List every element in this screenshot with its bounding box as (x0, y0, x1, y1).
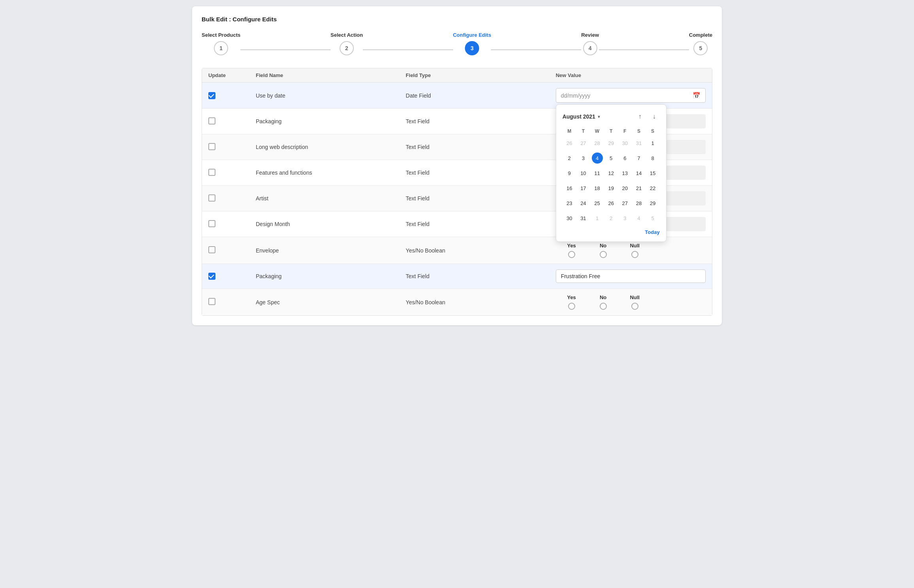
calendar-day[interactable]: 20 (618, 181, 632, 196)
boolean-radio-group-age: Yes No Null (556, 294, 706, 310)
field-name-use-by-date: Use by date (256, 92, 406, 99)
calendar-day[interactable]: 19 (604, 181, 618, 196)
calendar-day[interactable]: 2 (604, 211, 618, 226)
calendar-day[interactable]: 5 (604, 151, 618, 166)
calendar-day[interactable]: 17 (576, 181, 590, 196)
row-checkbox-packaging2[interactable] (208, 273, 215, 280)
field-type-features: Text Field (406, 170, 555, 176)
field-type-artist: Text Field (406, 195, 555, 202)
weekday-fri: F (618, 127, 632, 136)
calendar-day[interactable]: 26 (604, 196, 618, 211)
calendar-day[interactable]: 31 (632, 136, 646, 151)
table-row: Use by date Date Field dd/mm/yyyy 📅 Augu… (202, 83, 712, 109)
row-checkbox-long-web-description[interactable] (208, 143, 215, 150)
calendar-day[interactable]: 21 (632, 181, 646, 196)
calendar-day[interactable]: 24 (576, 196, 590, 211)
stepper: Select Products 1 Select Action 2 Config… (202, 32, 712, 55)
row-checkbox-features[interactable] (208, 169, 215, 176)
calendar-day[interactable]: 15 (646, 166, 660, 181)
calendar-day[interactable]: 29 (604, 136, 618, 151)
calendar-day[interactable]: 31 (576, 211, 590, 226)
calendar-day[interactable]: 22 (646, 181, 660, 196)
checkbox-cell (208, 298, 256, 306)
prev-month-button[interactable]: ↑ (635, 111, 646, 122)
checkbox-cell (208, 117, 256, 126)
radio-yes-age: Yes (556, 294, 587, 310)
calendar-day[interactable]: 25 (590, 196, 604, 211)
today-button[interactable]: Today (645, 229, 659, 235)
calendar-day-selected[interactable]: 4 (590, 151, 604, 166)
step-2-label: Select Action (330, 32, 363, 38)
header-field-name: Field Name (256, 72, 406, 78)
calendar-day[interactable]: 27 (618, 196, 632, 211)
row-checkbox-artist[interactable] (208, 194, 215, 202)
calendar-day[interactable]: 2 (563, 151, 576, 166)
calendar-day[interactable]: 9 (563, 166, 576, 181)
yes-radio[interactable] (568, 251, 575, 258)
step-3-circle[interactable]: 3 (465, 41, 479, 55)
field-type-use-by-date: Date Field (406, 92, 555, 99)
no-radio-age[interactable] (600, 303, 607, 310)
calendar-week-3: 16 17 18 19 20 21 22 (563, 181, 660, 196)
calendar-day[interactable]: 12 (604, 166, 618, 181)
calendar-day[interactable]: 13 (618, 166, 632, 181)
calendar-day[interactable]: 8 (646, 151, 660, 166)
null-radio-age[interactable] (631, 303, 638, 310)
weekday-tue: T (576, 127, 590, 136)
row-checkbox-design-month[interactable] (208, 220, 215, 227)
calendar-day[interactable]: 28 (632, 196, 646, 211)
calendar-month-label: August 2021 ▼ (563, 113, 601, 120)
next-month-button[interactable]: ↓ (649, 111, 660, 122)
month-dropdown-arrow[interactable]: ▼ (597, 115, 601, 119)
calendar-day[interactable]: 1 (590, 211, 604, 226)
calendar-day[interactable]: 4 (632, 211, 646, 226)
checkbox-cell (208, 92, 256, 99)
calendar-day[interactable]: 30 (618, 136, 632, 151)
step-1-circle[interactable]: 1 (214, 41, 228, 55)
calendar-day[interactable]: 28 (590, 136, 604, 151)
table-header: Update Field Name Field Type New Value (202, 68, 712, 83)
calendar-day[interactable]: 14 (632, 166, 646, 181)
row-checkbox-envelope[interactable] (208, 246, 215, 253)
no-radio[interactable] (600, 251, 607, 258)
step-5-circle[interactable]: 5 (693, 41, 708, 55)
yes-radio-age[interactable] (568, 303, 575, 310)
calendar-day[interactable]: 23 (563, 196, 576, 211)
calendar-day[interactable]: 3 (618, 211, 632, 226)
step-3-label: Configure Edits (453, 32, 491, 38)
calendar-day[interactable]: 7 (632, 151, 646, 166)
calendar-week-4: 23 24 25 26 27 28 29 (563, 196, 660, 211)
calendar-day[interactable]: 3 (576, 151, 590, 166)
calendar-day[interactable]: 26 (563, 136, 576, 151)
step-4: Review 4 (581, 32, 599, 55)
step-4-label: Review (581, 32, 599, 38)
connector-3-4 (491, 49, 581, 50)
calendar-header: August 2021 ▼ ↑ ↓ (563, 111, 660, 122)
calendar-day[interactable]: 16 (563, 181, 576, 196)
field-type-long-web-desc: Text Field (406, 144, 555, 150)
row-checkbox-use-by-date[interactable] (208, 92, 215, 99)
calendar-day[interactable]: 5 (646, 211, 660, 226)
row-checkbox-age-spec[interactable] (208, 298, 215, 305)
step-4-circle[interactable]: 4 (583, 41, 597, 55)
calendar-day[interactable]: 10 (576, 166, 590, 181)
calendar-day[interactable]: 27 (576, 136, 590, 151)
step-1-label: Select Products (202, 32, 240, 38)
calendar-day[interactable]: 11 (590, 166, 604, 181)
field-name-age-spec: Age Spec (256, 299, 406, 305)
calendar-day[interactable]: 18 (590, 181, 604, 196)
calendar-footer: Today (563, 229, 660, 235)
header-new-value: New Value (556, 72, 706, 78)
row-checkbox-packaging[interactable] (208, 117, 215, 124)
weekday-sat: S (632, 127, 646, 136)
calendar-day[interactable]: 6 (618, 151, 632, 166)
step-2-circle[interactable]: 2 (340, 41, 354, 55)
field-name-design-month: Design Month (256, 221, 406, 227)
date-input[interactable]: dd/mm/yyyy 📅 (556, 88, 706, 103)
field-name-artist: Artist (256, 195, 406, 202)
calendar-day[interactable]: 30 (563, 211, 576, 226)
calendar-day[interactable]: 1 (646, 136, 660, 151)
calendar-day[interactable]: 29 (646, 196, 660, 211)
packaging-text-input[interactable] (556, 270, 706, 283)
null-radio[interactable] (631, 251, 638, 258)
